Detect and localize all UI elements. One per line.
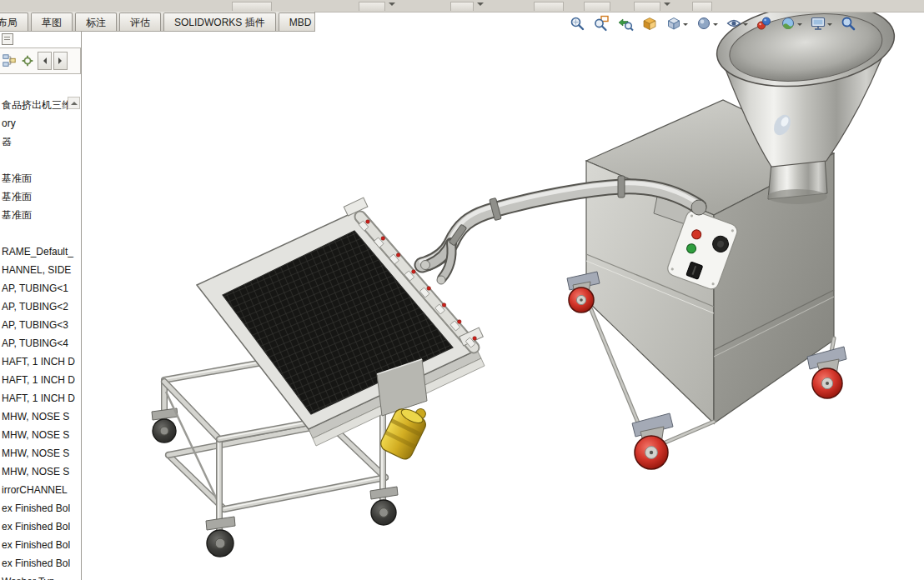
tree-item-history[interactable]: ory [0, 114, 81, 132]
tree-item[interactable] [0, 224, 81, 242]
gear-icon [20, 53, 35, 68]
feature-tree-tab[interactable] [1, 52, 18, 69]
tree-item-component[interactable]: MHW, NOSE S [0, 462, 81, 481]
chevron-right-icon [58, 58, 65, 64]
apply-scene-button[interactable] [779, 14, 803, 32]
tree-item-plane[interactable]: 基准面 [0, 169, 81, 188]
mesh-panel[interactable] [197, 198, 485, 446]
section-view-button[interactable] [640, 14, 659, 32]
cart-caster-front-left[interactable] [206, 517, 235, 557]
view-orientation-button[interactable] [665, 14, 689, 32]
graphics-area[interactable]: .ra{stroke:#83837e;stroke-width:8;stroke… [81, 12, 924, 580]
tab-annotation[interactable]: 标注 [75, 12, 117, 31]
previous-view-button[interactable] [616, 14, 635, 32]
scene-sphere-icon [780, 15, 796, 32]
feature-manager-tab-strip [0, 48, 81, 74]
ribbon-button-fragment[interactable] [534, 2, 564, 11]
tab-sketch[interactable]: 草图 [31, 12, 73, 31]
tree-item-plane[interactable]: 基准面 [0, 188, 81, 206]
tree-item-component[interactable]: AP, TUBING<4 [0, 334, 81, 352]
tree-item-component[interactable]: ex Finished Bol [0, 499, 81, 518]
dropdown-caret-icon [683, 23, 688, 28]
tree-item-component[interactable]: MHW, NOSE S [0, 444, 81, 462]
dropdown-caret-icon [827, 23, 832, 28]
hide-show-items-button[interactable] [725, 14, 749, 32]
edit-appearance-button[interactable] [755, 14, 773, 32]
ribbon-button-fragment[interactable] [584, 2, 610, 11]
tree-item-component[interactable]: ex Finished Bol [0, 554, 81, 572]
zoom-area-icon [593, 15, 610, 32]
hopper-machine[interactable] [567, 12, 899, 469]
ribbon-strip-cropped [0, 0, 924, 12]
cart-caster-rear[interactable] [152, 408, 178, 442]
ribbon-button-fragment[interactable] [359, 2, 385, 11]
dropdown-caret-icon [797, 23, 802, 28]
cart-caster-front-right[interactable] [370, 487, 398, 525]
tab-evaluate[interactable]: 评估 [119, 12, 161, 31]
tree-item-plane[interactable]: 基准面 [0, 206, 81, 224]
zoom-to-fit-button[interactable] [568, 14, 586, 32]
dropdown-caret-icon[interactable] [389, 2, 395, 9]
tab-layout[interactable]: 布局 [0, 12, 28, 31]
tree-item-component[interactable]: AP, TUBING<3 [0, 316, 81, 334]
dropdown-caret-icon[interactable] [664, 2, 670, 9]
tab-solidworks-addins[interactable]: SOLIDWORKS 插件 [163, 12, 276, 31]
ribbon-button-fragment[interactable] [692, 2, 712, 11]
tree-item-component[interactable]: MHW, NOSE S [0, 426, 81, 444]
feature-tree: 食品挤出机三维 ory 器 基准面 基准面 基准面 RAME_Default_ … [0, 94, 81, 580]
scroll-up-button[interactable] [68, 97, 80, 109]
tree-item-component[interactable]: RAME_Default_ [0, 242, 81, 261]
tab-mbd[interactable]: MBD [279, 12, 315, 31]
property-manager-tab[interactable] [19, 52, 36, 69]
view-settings-button[interactable] [809, 14, 833, 32]
magnified-selection-button[interactable] [839, 14, 857, 32]
chevron-up-icon [71, 98, 78, 105]
tree-item-component[interactable]: HANNEL, SIDE [0, 261, 81, 279]
command-manager-tab-bar: 布局 草图 标注 评估 SOLIDWORKS 插件 MBD [0, 12, 315, 32]
tree-item-component[interactable]: irrorCHANNEL [0, 481, 81, 499]
display-style-icon [696, 15, 712, 32]
tree-item[interactable] [0, 151, 81, 169]
tree-item-component[interactable]: HAFT, 1 INCH D [0, 371, 81, 389]
panel-header-row [0, 31, 81, 48]
ribbon-button-fragment[interactable] [634, 2, 660, 11]
tree-item-component[interactable]: ex Finished Bol [0, 518, 81, 536]
display-pane-icon[interactable] [2, 33, 13, 45]
tab-scroll-right-button[interactable] [53, 52, 68, 70]
ribbon-button-fragment[interactable] [232, 2, 272, 11]
tree-item-component[interactable]: MHW, NOSE S [0, 408, 81, 426]
ribbon-button-fragment[interactable] [450, 2, 474, 11]
tree-item-component[interactable]: HAFT, 1 INCH D [0, 389, 81, 408]
feature-tree-icon [2, 53, 17, 68]
tree-item-component[interactable]: Washer Typ [0, 572, 81, 580]
blue-magnifier-icon [840, 15, 856, 32]
chevron-left-icon [40, 58, 47, 64]
zoom-to-area-button[interactable] [592, 14, 610, 32]
tree-item-component[interactable]: ex Finished Bol [0, 536, 81, 554]
cad-model-scene: .ra{stroke:#83837e;stroke-width:8;stroke… [81, 12, 924, 580]
appearance-balls-icon [756, 15, 772, 32]
view-orientation-icon [665, 15, 682, 32]
dropdown-caret-icon[interactable] [477, 2, 484, 9]
heads-up-toolbar [568, 14, 857, 32]
monitor-icon [810, 15, 826, 32]
tree-item-component[interactable]: AP, TUBING<1 [0, 279, 81, 298]
dropdown-caret-icon [743, 23, 748, 28]
zoom-fit-icon [569, 15, 585, 32]
display-style-button[interactable] [695, 14, 719, 32]
tab-scroll-left-button[interactable] [38, 52, 52, 70]
previous-view-icon [617, 15, 634, 32]
eye-icon [726, 15, 742, 32]
panel-spacer [0, 74, 81, 94]
section-view-icon [641, 15, 658, 32]
tree-item-sensors[interactable]: 器 [0, 132, 81, 151]
tree-item-component[interactable]: AP, TUBING<2 [0, 298, 81, 316]
feature-manager-panel: 食品挤出机三维 ory 器 基准面 基准面 基准面 RAME_Default_ … [0, 31, 82, 580]
tree-item-component[interactable]: HAFT, 1 INCH D [0, 352, 81, 371]
dropdown-caret-icon [713, 23, 718, 28]
